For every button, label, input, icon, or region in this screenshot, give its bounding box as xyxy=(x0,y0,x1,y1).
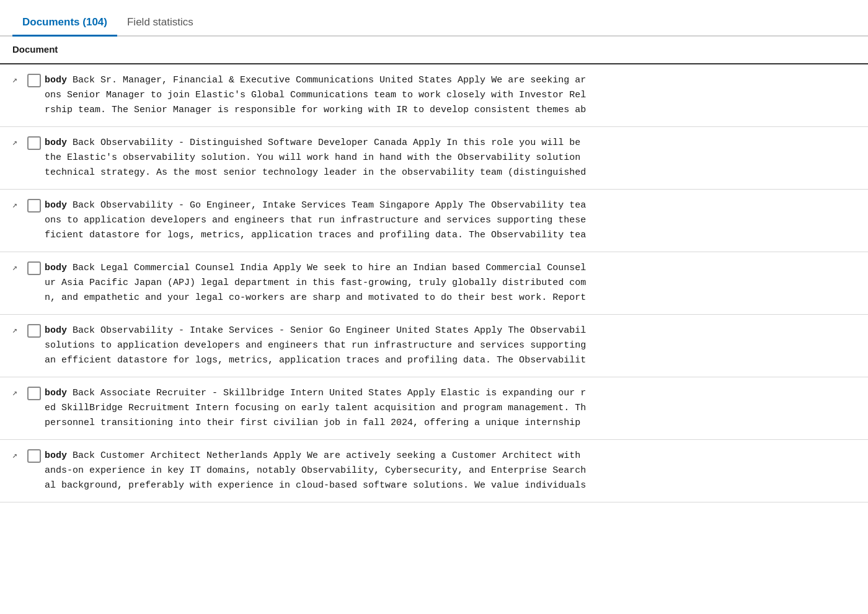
row-content: body Back Observability - Go Engineer, I… xyxy=(45,198,862,243)
row-text-line: the Elastic's observability solution. Yo… xyxy=(45,151,862,165)
row-text-line: al background, preferably with experienc… xyxy=(45,478,862,493)
expand-icon[interactable]: ↗ xyxy=(6,136,24,147)
expand-icon[interactable]: ↗ xyxy=(6,198,24,210)
tab-bar: Documents (104) Field statistics xyxy=(0,0,868,37)
table-row: ↗body Back Associate Recruiter - Skillbr… xyxy=(0,377,868,440)
expand-icon[interactable]: ↗ xyxy=(6,323,24,335)
table-row: ↗body Back Observability - Go Engineer, … xyxy=(0,190,868,252)
document-list: ↗body Back Sr. Manager, Financial & Exec… xyxy=(0,64,868,502)
expand-icon[interactable]: ↗ xyxy=(6,386,24,398)
row-text-line: body Back Observability - Go Engineer, I… xyxy=(45,198,862,213)
table-row: ↗body Back Customer Architect Netherland… xyxy=(0,440,868,502)
row-content: body Back Observability - Intake Service… xyxy=(45,323,862,368)
table-header: Document xyxy=(0,37,868,64)
row-text-line: ands-on experience in key IT domains, no… xyxy=(45,463,862,478)
row-text-line: ficient datastore for logs, metrics, app… xyxy=(45,228,862,243)
expand-icon[interactable]: ↗ xyxy=(6,449,24,460)
table-row: ↗body Back Sr. Manager, Financial & Exec… xyxy=(0,64,868,127)
row-checkbox[interactable] xyxy=(27,136,41,150)
tabs-container: Documents (104) Field statistics xyxy=(0,0,868,37)
row-text-line: body Back Customer Architect Netherlands… xyxy=(45,449,862,463)
column-header-document: Document xyxy=(12,44,58,55)
row-checkbox[interactable] xyxy=(27,324,41,338)
row-text-line: an efficient datastore for logs, metrics… xyxy=(45,353,862,368)
row-checkbox[interactable] xyxy=(27,449,41,463)
row-content: body Back Associate Recruiter - Skillbri… xyxy=(45,386,862,431)
row-checkbox[interactable] xyxy=(27,387,41,400)
row-text-line: technical strategy. As the most senior t… xyxy=(45,165,862,180)
row-content: body Back Observability - Distinguished … xyxy=(45,136,862,180)
row-content: body Back Legal Commercial Counsel India… xyxy=(45,261,862,305)
row-text-line: rship team. The Senior Manager is respon… xyxy=(45,103,862,118)
row-checkbox[interactable] xyxy=(27,199,41,213)
row-text-line: ur Asia Pacific Japan (APJ) legal depart… xyxy=(45,276,862,291)
row-text-line: ons Senior Manager to join Elastic's Glo… xyxy=(45,88,862,103)
row-text-line: ed SkillBridge Recruitment Intern focusi… xyxy=(45,401,862,416)
row-checkbox[interactable] xyxy=(27,261,41,275)
row-text-line: body Back Legal Commercial Counsel India… xyxy=(45,261,862,276)
row-text-line: n, and empathetic and your legal co-work… xyxy=(45,291,862,305)
expand-icon[interactable]: ↗ xyxy=(6,73,24,85)
table-row: ↗body Back Observability - Distinguished… xyxy=(0,127,868,190)
row-text-line: body Back Observability - Intake Service… xyxy=(45,323,862,338)
row-checkbox[interactable] xyxy=(27,74,41,87)
tab-documents[interactable]: Documents (104) xyxy=(12,10,117,37)
row-text-line: ons to application developers and engine… xyxy=(45,213,862,228)
table-row: ↗body Back Legal Commercial Counsel Indi… xyxy=(0,252,868,315)
row-text-line: body Back Sr. Manager, Financial & Execu… xyxy=(45,73,862,88)
row-text-line: body Back Associate Recruiter - Skillbri… xyxy=(45,386,862,401)
table-row: ↗body Back Observability - Intake Servic… xyxy=(0,315,868,377)
row-text-line: solutions to application developers and … xyxy=(45,338,862,353)
expand-icon[interactable]: ↗ xyxy=(6,261,24,273)
tab-field-statistics[interactable]: Field statistics xyxy=(117,10,203,37)
row-content: body Back Sr. Manager, Financial & Execu… xyxy=(45,73,862,118)
row-text-line: body Back Observability - Distinguished … xyxy=(45,136,862,151)
row-content: body Back Customer Architect Netherlands… xyxy=(45,449,862,493)
row-text-line: personnel transitioning into their first… xyxy=(45,416,862,431)
